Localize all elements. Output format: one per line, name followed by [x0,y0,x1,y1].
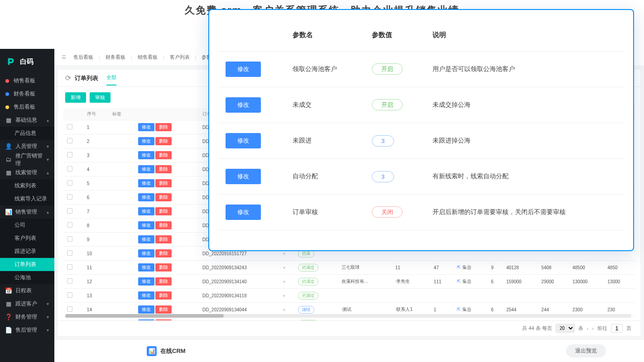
param-edit-button[interactable]: 修改 [226,169,261,184]
delete-button[interactable]: 删除 [155,249,172,257]
nav-item[interactable]: ▦跟进客户▾ [0,297,54,310]
row-checkbox[interactable] [67,124,72,129]
delete-button[interactable]: 删除 [155,277,172,286]
nav-item[interactable]: ▦线索管理▴ [0,166,54,179]
exit-preview-button[interactable]: 退出预览 [566,344,606,357]
delete-button[interactable]: 删除 [155,193,172,201]
row-checkbox[interactable] [67,264,72,270]
nav-sub-item[interactable]: 产品信息 [0,127,54,140]
edit-button[interactable]: 修改 [138,221,154,229]
nav-sub-item[interactable]: 跟进记录 [0,245,54,258]
param-edit-button[interactable]: 修改 [226,205,261,220]
nav-label: 售后看板 [14,103,35,111]
pager-next[interactable]: › [592,326,594,331]
edit-button[interactable]: 修改 [138,137,154,145]
tab[interactable]: 客户列表 [168,54,192,60]
nav-sub-item[interactable]: 公司 [0,219,54,232]
nav-item[interactable]: 📅日程表 [0,284,54,297]
nav-item[interactable]: 销售看板 [0,74,54,87]
nav-item[interactable]: 售后看板 [0,100,54,114]
cell-index: 5 [83,176,109,191]
sort-icon[interactable]: ▾ [279,275,294,289]
refresh-icon[interactable]: ⟳ [65,74,71,82]
row-checkbox[interactable] [67,292,72,298]
pager-page-input[interactable] [611,324,623,333]
param-edit-button[interactable]: 修改 [226,97,261,113]
nav-icon: 📅 [5,288,12,294]
brand[interactable]: 白码 [0,49,54,74]
add-button[interactable]: 新增 [65,92,86,103]
nav-icon: ▦ [5,170,12,176]
edit-button[interactable]: 修改 [138,263,154,272]
row-checkbox[interactable] [67,180,72,186]
delete-button[interactable]: 删除 [155,123,172,131]
nav-item[interactable]: ▦基础信息▴ [0,114,54,127]
delete-button[interactable]: 删除 [155,137,172,145]
nav-item[interactable]: ❓财务管理▾ [0,310,54,324]
nav-item[interactable]: 👤人员管理▾ [0,140,54,153]
tab[interactable]: 售后看板 [72,54,95,60]
tab[interactable]: 销售看板 [136,54,159,60]
page-size-select[interactable]: 20 [556,324,575,333]
edit-button[interactable]: 修改 [138,193,154,201]
menu-toggle-icon[interactable]: ☰ [62,54,66,60]
delete-button[interactable]: 删除 [155,221,172,229]
nav-item[interactable]: 🗂推广营销管理▾ [0,153,54,166]
row-checkbox[interactable] [67,194,72,200]
filter-all[interactable]: 全部 [106,74,116,86]
delete-button[interactable]: 删除 [155,151,172,159]
edit-button[interactable]: 修改 [138,235,154,243]
row-checkbox[interactable] [67,152,72,157]
delete-button[interactable]: 删除 [155,207,172,215]
edit-button[interactable]: 修改 [138,291,154,300]
delete-button[interactable]: 删除 [155,291,172,300]
tab-separator: | [99,54,100,60]
nav-item[interactable]: 📊销售管理▴ [0,205,54,219]
pager-suffix: 页 [626,325,631,332]
delete-button[interactable]: 删除 [155,305,172,314]
delete-button[interactable]: 删除 [155,165,172,173]
nav-sub-label: 公海池 [14,274,31,281]
edit-button[interactable]: 修改 [138,305,154,314]
nav-label: 财务看板 [14,90,35,98]
edit-button[interactable]: 修改 [138,123,154,131]
row-checkbox[interactable] [67,250,72,256]
nav-sub-item[interactable]: 公海池 [0,271,54,284]
nav-sub-item[interactable]: 线索导入记录 [0,192,54,205]
tab[interactable]: 财务看板 [104,54,127,60]
horizontal-scrollbar[interactable] [65,314,631,318]
nav-sub-item[interactable]: 客户列表 [0,232,54,245]
link-icon[interactable]: ⇱ [457,265,461,270]
cell: 4850 [604,261,635,275]
param-edit-button[interactable]: 修改 [226,133,261,148]
param-edit-button[interactable]: 修改 [226,62,261,77]
pager-prev[interactable]: ‹ [587,326,589,331]
delete-button[interactable]: 删除 [155,263,172,272]
link-icon[interactable]: ⇱ [457,279,461,284]
edit-button[interactable]: 修改 [138,277,154,286]
row-checkbox[interactable] [67,306,72,312]
nav-item[interactable]: 财务看板 [0,87,54,100]
row-checkbox[interactable] [67,222,72,228]
link-icon[interactable]: ⇱ [457,307,461,312]
row-checkbox[interactable] [67,166,72,171]
row-checkbox[interactable] [67,208,72,214]
cell: 40128 [503,261,538,275]
nav-sub-item[interactable]: 订单列表 [0,258,54,271]
edit-button[interactable]: 修改 [138,165,154,173]
delete-button[interactable]: 删除 [155,235,172,243]
edit-button[interactable]: 修改 [138,151,154,159]
nav-sub-item[interactable]: 线索列表 [0,179,54,192]
nav-item[interactable]: 📄售后管理▾ [0,324,54,337]
sort-icon[interactable]: ▾ [279,289,294,303]
row-checkbox[interactable] [67,236,72,242]
sort-icon[interactable]: ▾ [279,261,294,275]
delete-button[interactable]: 删除 [155,179,172,187]
edit-button[interactable]: 修改 [138,179,154,187]
row-checkbox[interactable] [67,278,72,284]
edit-button[interactable]: 修改 [138,207,154,215]
row-checkbox[interactable] [67,138,72,143]
edit-button[interactable]: 修改 [138,249,154,257]
param-name: 领取公海池客户 [285,52,365,87]
audit-button[interactable]: 审核 [90,92,111,103]
